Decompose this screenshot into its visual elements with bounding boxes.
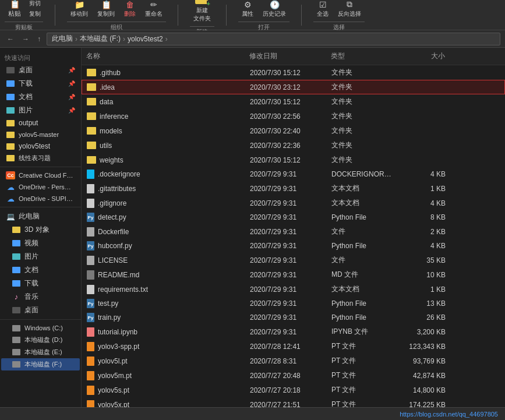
table-row[interactable]: weights2020/7/30 15:12文件夹 <box>82 153 505 167</box>
table-row[interactable]: data2020/7/30 15:12文件夹 <box>82 94 505 109</box>
back-button[interactable]: ← <box>5 34 16 44</box>
header-date[interactable]: 修改日期 <box>245 50 326 62</box>
table-row[interactable]: Pyhubconf.py2020/7/29 9:31Python File4 K… <box>82 239 505 253</box>
history-button[interactable]: 🕐 历史记录 <box>259 0 289 19</box>
sidebar-item-local-e[interactable]: 本地磁盘 (E:) <box>1 346 80 358</box>
table-row[interactable]: yolov5m.pt2020/7/27 20:48PT 文件42,874 KB <box>82 368 505 383</box>
sidebar-item-exercises[interactable]: 线性表习题 <box>1 152 80 164</box>
file-size-cell <box>397 130 455 132</box>
sidebar-item-music[interactable]: ♪ 音乐 <box>1 290 80 303</box>
sidebar-item-pictures2[interactable]: 图片 <box>1 250 80 263</box>
file-name-text: weights <box>100 156 123 164</box>
sidebar-item-documents2[interactable]: 文档 <box>1 263 80 277</box>
table-row[interactable]: Dockerfile2020/7/29 9:31文件2 KB <box>82 224 505 239</box>
file-type-cell: PT 文件 <box>327 398 397 407</box>
file-name-cell: Dockerfile <box>82 226 245 238</box>
table-row[interactable]: yolov3-spp.pt2020/7/28 12:41PT 文件123,343… <box>82 339 505 354</box>
sidebar-item-downloads2[interactable]: 下载 <box>1 277 80 290</box>
file-name-text: LICENSE <box>98 256 128 264</box>
file-date-cell: 2020/7/30 22:36 <box>245 140 327 151</box>
file-date-cell: 2020/7/27 21:51 <box>245 400 327 408</box>
sidebar-item-yolov5-master[interactable]: yolov5-master <box>1 129 80 140</box>
file-size-cell: 2 KB <box>397 227 455 237</box>
sidebar-item-desktop[interactable]: 桌面 📌 <box>1 63 80 77</box>
up-button[interactable]: ↑ <box>35 34 43 44</box>
table-row[interactable]: README.md2020/7/29 9:31MD 文件10 KB <box>82 267 505 282</box>
table-row[interactable]: models2020/7/30 22:40文件夹 <box>82 123 505 138</box>
properties-button[interactable]: ⚙ 属性 <box>238 0 257 19</box>
table-row[interactable]: requirements.txt2020/7/29 9:31文本文档1 KB <box>82 282 505 297</box>
sidebar-item-output[interactable]: output <box>1 117 80 129</box>
sidebar-item-onedrive-supinf[interactable]: ☁ OneDrive - SUPINF <box>1 193 80 204</box>
header-name[interactable]: 名称 <box>82 50 245 62</box>
file-name-cell: Pydetect.py <box>82 211 245 223</box>
sidebar-item-downloads[interactable]: 下载 📌 <box>1 77 80 90</box>
file-name-text: test.py <box>98 299 118 308</box>
table-row[interactable]: yolov5s.pt2020/7/27 20:18PT 文件14,800 KB <box>82 383 505 397</box>
python-file-icon: Py <box>87 241 94 250</box>
table-row[interactable]: .gitignore2020/7/29 9:31文本文档4 KB <box>82 196 505 210</box>
file-size-cell <box>397 144 455 147</box>
sep4 <box>301 5 302 26</box>
breadcrumb[interactable]: 此电脑 › 本地磁盘 (F:) › yolov5test2 › <box>47 33 500 45</box>
sep2 <box>178 5 178 26</box>
delete-button[interactable]: 🗑 删除 <box>121 0 139 19</box>
sidebar-item-local-f[interactable]: 本地磁盘 (F:) <box>1 358 80 370</box>
table-row[interactable]: tutorial.ipynb2020/7/29 9:31IPYNB 文件3,20… <box>82 324 505 339</box>
new-buttons: + 新建 文件夹 <box>190 0 214 24</box>
select-group: ☑ 全选 ⧉ 反向选择 选择 <box>313 0 365 31</box>
reverse-select-button[interactable]: ⧉ 反向选择 <box>334 0 365 19</box>
sidebar-item-3d-label: 3D 对象 <box>24 225 50 235</box>
cut-button[interactable]: 剪切 <box>27 0 43 8</box>
file-type-cell: PT 文件 <box>327 369 397 382</box>
documents2-folder-icon <box>12 267 20 273</box>
sidebar-item-local-d[interactable]: 本地磁盘 (D:) <box>1 334 80 346</box>
sidebar-item-windows-c[interactable]: Windows (C:) <box>1 322 80 334</box>
breadcrumb-item-2[interactable]: 本地磁盘 (F:) <box>80 34 121 44</box>
table-row[interactable]: .gitattributes2020/7/29 9:31文本文档1 KB <box>82 181 505 196</box>
table-row[interactable]: .github2020/7/30 15:12文件夹 <box>82 65 505 80</box>
table-row[interactable]: .dockerignore2020/7/29 9:31DOCKERIGNORE … <box>82 167 505 181</box>
sidebar-item-desktop2[interactable]: 桌面 <box>1 303 80 317</box>
table-row[interactable]: Pytrain.py2020/7/29 9:31Python File26 KB <box>82 310 505 324</box>
divider-1 <box>0 167 81 167</box>
table-row[interactable]: yolov5x.pt2020/7/27 21:51PT 文件174,225 KB <box>82 397 505 407</box>
sidebar-item-documents[interactable]: 文档 📌 <box>1 90 80 104</box>
sidebar-item-yolov5test[interactable]: yolov5test <box>1 140 80 152</box>
select-all-button[interactable]: ☑ 全选 <box>313 0 332 19</box>
header-size[interactable]: 大小 <box>396 50 454 62</box>
breadcrumb-item-1[interactable]: 此电脑 <box>52 34 73 44</box>
sidebar-item-onedrive-personal[interactable]: ☁ OneDrive - Persona... <box>1 181 80 193</box>
file-name-text: yolov5l.pt <box>98 357 128 365</box>
new-folder-button[interactable]: + 新建 文件夹 <box>190 0 214 24</box>
copy-button[interactable]: 复制 <box>27 9 43 19</box>
folder-file-icon <box>87 127 96 135</box>
header-type[interactable]: 类型 <box>326 50 396 62</box>
table-row[interactable]: .idea2020/7/30 23:12文件夹 <box>82 80 505 94</box>
paste-button[interactable]: 📋 粘贴 <box>5 0 24 19</box>
table-row[interactable]: Pydetect.py2020/7/29 9:31Python File8 KB <box>82 210 505 224</box>
sidebar-item-pictures2-label: 图片 <box>24 252 38 262</box>
table-row[interactable]: utils2020/7/30 22:36文件夹 <box>82 138 505 153</box>
pin-icon-2: 📌 <box>68 80 75 87</box>
table-row[interactable]: LICENSE2020/7/29 9:31文件35 KB <box>82 253 505 267</box>
sidebar-item-3d[interactable]: 3D 对象 <box>1 223 80 237</box>
doc-folder-icon <box>6 94 15 100</box>
forward-button[interactable]: → <box>20 34 31 44</box>
file-name-text: yolov5s.pt <box>98 386 129 394</box>
sidebar-item-video[interactable]: 视频 <box>1 237 80 250</box>
sidebar-item-yolov5-master-label: yolov5-master <box>19 131 59 138</box>
sidebar-item-this-pc[interactable]: 💻 此电脑 <box>1 210 80 223</box>
table-row[interactable]: Pytest.py2020/7/29 9:31Python File13 KB <box>82 297 505 310</box>
copyto-button[interactable]: 📋 复制到 <box>94 0 118 19</box>
sidebar-item-windows-c-label: Windows (C:) <box>24 324 63 331</box>
move-button[interactable]: 📁 移动到 <box>67 0 91 19</box>
breadcrumb-item-3[interactable]: yolov5test2 <box>128 35 163 43</box>
file-name-cell: yolov5x.pt <box>82 399 245 408</box>
table-row[interactable]: yolov5l.pt2020/7/28 8:31PT 文件93,769 KB <box>82 354 505 368</box>
rename-button[interactable]: ✏ 重命名 <box>142 0 166 19</box>
table-row[interactable]: inference2020/7/30 22:56文件夹 <box>82 109 505 123</box>
sidebar-item-pictures[interactable]: 图片 📌 <box>1 104 80 117</box>
sidebar-item-local-d-label: 本地磁盘 (D:) <box>24 336 62 344</box>
sidebar-item-creative-cloud[interactable]: Cc Creative Cloud Files <box>1 170 80 181</box>
